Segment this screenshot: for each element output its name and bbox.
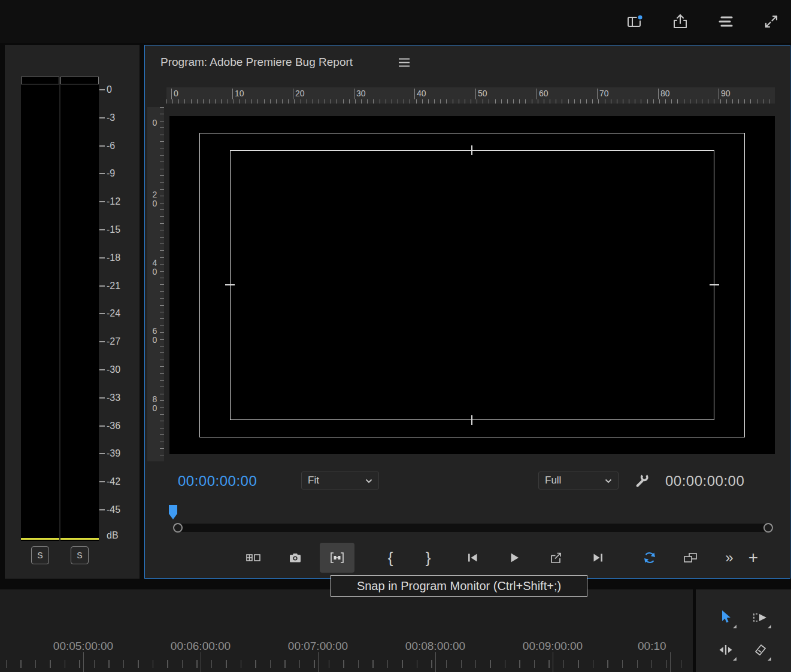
tool-flyout-indicator <box>733 657 737 661</box>
center-tick-left <box>225 284 235 285</box>
v-ruler-label: 40 <box>151 259 158 276</box>
timeline-timecode: 00:05:00:00 <box>53 640 113 653</box>
zoom-level-value: Fit <box>308 475 319 486</box>
razor-icon[interactable] <box>749 638 772 661</box>
snap-icon[interactable] <box>320 543 354 573</box>
selection-tool-icon[interactable] <box>714 606 737 629</box>
db-unit-label: dB <box>107 530 119 542</box>
scrubber-handle-left[interactable] <box>173 523 183 533</box>
video-preview <box>169 116 775 454</box>
h-ruler-label: 30 <box>354 89 366 99</box>
db-scale-label: -36 <box>107 420 120 432</box>
tool-flyout-indicator <box>768 657 771 661</box>
h-ruler-label: 20 <box>293 89 305 99</box>
workspace-icon[interactable] <box>626 13 644 31</box>
horizontal-ruler-ticks <box>166 99 775 104</box>
workspace-switcher-icon[interactable] <box>717 13 735 31</box>
multicam-view-icon[interactable] <box>240 543 266 572</box>
horizontal-ruler: 0 10 20 30 40 50 60 70 80 90 <box>166 87 775 104</box>
db-scale-label: -6 <box>107 140 115 152</box>
track-select-forward-icon[interactable] <box>749 606 772 629</box>
timeline-timecode: 00:08:00:00 <box>405 640 465 653</box>
timeline-major-tick <box>435 652 436 672</box>
h-ruler-label: 60 <box>537 89 548 99</box>
db-scale-label: -9 <box>107 168 115 180</box>
premiere-app: 0 -3 -6 -9 -12 -15 -18 -21 -24 -27 -30 -… <box>0 0 791 672</box>
meter-peak-right <box>60 538 99 540</box>
v-ruler-label: 20 <box>151 190 158 208</box>
timeline-major-tick <box>318 652 319 672</box>
playback-resolution-value: Full <box>545 475 561 486</box>
current-timecode[interactable]: 00:00:00:00 <box>178 473 257 489</box>
chevron-down-icon <box>365 475 372 486</box>
db-scale-label: -39 <box>107 448 120 460</box>
zoom-level-select[interactable]: Fit <box>301 472 379 489</box>
tool-flyout-indicator <box>733 625 737 628</box>
vertical-ruler: 0 20 40 60 80 <box>147 107 164 461</box>
play-icon[interactable] <box>501 543 527 572</box>
panel-menu-icon[interactable] <box>398 57 410 68</box>
scrubber-handle-right[interactable] <box>763 523 773 533</box>
clip-indicator-left <box>21 77 59 84</box>
db-scale-label: -15 <box>107 224 120 236</box>
h-ruler-label: 50 <box>475 89 487 99</box>
center-tick-bottom <box>471 415 472 425</box>
ripple-edit-icon[interactable] <box>714 638 737 661</box>
export-icon[interactable] <box>543 543 569 572</box>
db-scale-label: -12 <box>107 196 120 208</box>
db-scale-label: -24 <box>107 308 120 320</box>
db-scale-label: -18 <box>107 252 120 264</box>
db-scale-label: 0 <box>107 84 112 96</box>
center-tick-top <box>471 145 472 155</box>
fullscreen-icon[interactable] <box>762 13 780 31</box>
title-safe-margin <box>230 150 714 420</box>
h-ruler-label: 0 <box>171 89 178 99</box>
more-buttons-icon[interactable]: » <box>716 543 742 572</box>
timeline-timecode: 00:06:00:00 <box>171 640 231 653</box>
db-scale-label: -21 <box>107 280 120 292</box>
db-scale-ticks <box>99 89 105 512</box>
solo-button-right[interactable]: S <box>71 546 89 564</box>
timeline-minor-ticks <box>6 660 689 668</box>
v-ruler-label: 80 <box>151 395 158 413</box>
tools-panel <box>696 589 791 672</box>
panel-title: Program: Adobe Premiere Bug Report <box>160 56 353 69</box>
meter-channel-divider <box>59 77 60 541</box>
top-bar-icons <box>626 0 780 43</box>
v-ruler-label: 0 <box>151 118 158 127</box>
h-ruler-label: 70 <box>597 89 609 99</box>
db-scale-label: -27 <box>107 336 120 348</box>
playhead-marker[interactable] <box>169 505 177 519</box>
db-scale-label: -33 <box>107 392 120 404</box>
timeline-major-tick <box>670 652 671 672</box>
go-to-out-icon[interactable] <box>585 543 611 572</box>
scrubber-track[interactable] <box>174 524 772 532</box>
button-editor-icon[interactable]: + <box>740 543 766 572</box>
program-monitor-panel: Program: Adobe Premiere Bug Report 0 10 … <box>144 45 790 579</box>
app-top-bar <box>0 0 791 43</box>
timeline-timecode: 00:07:00:00 <box>288 640 348 653</box>
center-tick-right <box>710 284 719 285</box>
db-scale-label: -3 <box>107 112 115 124</box>
tool-flyout-indicator <box>768 625 771 628</box>
v-ruler-label: 60 <box>151 327 158 345</box>
solo-button-left[interactable]: S <box>31 546 49 564</box>
mark-in-icon[interactable]: { <box>377 543 404 572</box>
mark-out-icon[interactable]: } <box>415 543 441 572</box>
timeline-ruler-panel[interactable]: 00:05:00:00 00:06:00:00 00:07:00:00 00:0… <box>0 589 693 672</box>
timeline-major-tick <box>553 652 553 672</box>
sync-icon[interactable] <box>637 543 663 572</box>
playback-resolution-select[interactable]: Full <box>538 472 619 489</box>
duration-timecode: 00:00:00:00 <box>665 473 744 489</box>
share-icon[interactable] <box>671 13 689 31</box>
comparison-view-icon[interactable] <box>677 543 704 572</box>
h-ruler-label: 10 <box>232 89 244 99</box>
db-scale-label: -42 <box>107 476 120 488</box>
timeline-timecode: 00:09:00:00 <box>523 640 583 653</box>
h-ruler-label: 90 <box>719 89 731 99</box>
export-frame-icon[interactable] <box>282 543 308 572</box>
audio-meters-panel: 0 -3 -6 -9 -12 -15 -18 -21 -24 -27 -30 -… <box>5 45 140 579</box>
meter-peak-left <box>21 538 59 540</box>
settings-wrench-icon[interactable] <box>632 471 651 490</box>
go-to-in-icon[interactable] <box>459 543 486 572</box>
